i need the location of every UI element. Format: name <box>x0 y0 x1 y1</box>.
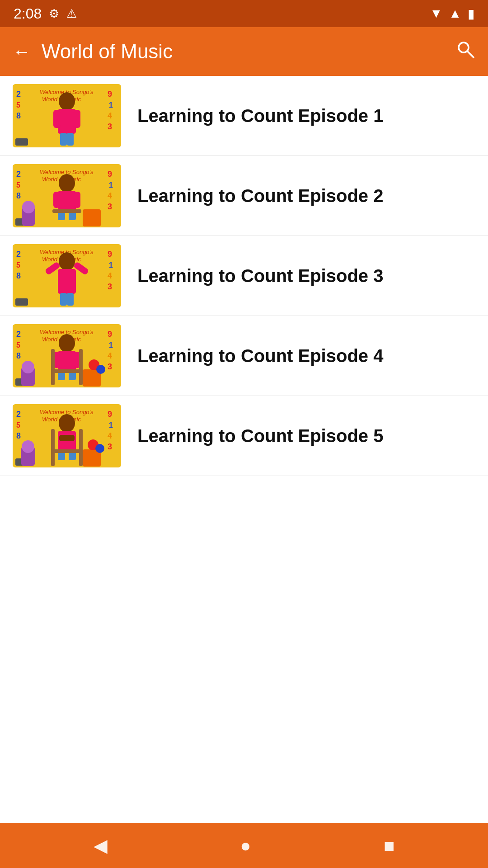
svg-text:8: 8 <box>16 271 21 280</box>
list-item[interactable]: 2 5 8 9 1 4 3 Welcome to Songo's World o… <box>0 316 488 396</box>
svg-text:4: 4 <box>108 271 112 280</box>
list-item[interactable]: 2 5 8 9 1 4 3 Welcome to Songo's World o… <box>0 236 488 316</box>
thumbnail-1: 2 5 8 9 1 4 3 Welcome to Songo's World o… <box>13 84 121 147</box>
episode-3-title: Learning to Count Episode 3 <box>121 264 475 288</box>
svg-point-50 <box>59 252 75 270</box>
episode-5-title: Learning to Count Episode 5 <box>121 424 475 448</box>
svg-rect-55 <box>67 293 74 306</box>
svg-rect-73 <box>51 369 83 373</box>
svg-rect-18 <box>15 138 28 146</box>
svg-rect-14 <box>53 110 61 128</box>
svg-rect-37 <box>83 209 101 226</box>
svg-text:1: 1 <box>109 341 113 349</box>
svg-rect-17 <box>67 133 74 146</box>
svg-rect-35 <box>52 209 81 213</box>
svg-text:9: 9 <box>108 250 112 259</box>
svg-rect-51 <box>58 269 76 294</box>
svg-text:2: 2 <box>16 170 21 179</box>
svg-text:4: 4 <box>108 431 112 440</box>
svg-text:5: 5 <box>16 181 20 189</box>
svg-text:3: 3 <box>108 202 112 211</box>
signal-icon: ▲ <box>449 6 461 21</box>
svg-text:9: 9 <box>108 90 112 99</box>
svg-text:8: 8 <box>16 111 21 120</box>
svg-rect-98 <box>51 429 55 466</box>
warning-icon: ⚠ <box>66 7 77 21</box>
svg-rect-68 <box>58 351 76 371</box>
episode-1-title: Learning to Count Episode 1 <box>121 104 475 127</box>
svg-rect-16 <box>60 133 67 146</box>
svg-rect-99 <box>79 429 83 466</box>
svg-text:4: 4 <box>108 351 112 360</box>
episode-4-title: Learning to Count Episode 4 <box>121 344 475 368</box>
svg-rect-32 <box>74 192 80 208</box>
svg-text:3: 3 <box>108 282 112 291</box>
status-left: 2:08 ⚙ ⚠ <box>14 5 77 22</box>
svg-point-29 <box>59 174 75 192</box>
svg-text:8: 8 <box>16 431 21 440</box>
episode-2-title: Learning to Count Episode 2 <box>121 184 475 208</box>
svg-text:3: 3 <box>108 362 112 371</box>
svg-text:2: 2 <box>16 410 21 419</box>
svg-rect-97 <box>51 449 83 453</box>
app-bar: ← World of Music <box>0 27 488 76</box>
svg-rect-30 <box>58 191 76 211</box>
back-button[interactable]: ← <box>13 42 31 61</box>
svg-point-79 <box>96 365 105 374</box>
svg-point-103 <box>95 444 104 453</box>
wifi-icon: ▼ <box>430 6 443 21</box>
svg-text:1: 1 <box>109 181 113 189</box>
svg-text:5: 5 <box>16 421 20 429</box>
nav-home-button[interactable]: ● <box>240 835 251 856</box>
search-button[interactable] <box>455 39 475 64</box>
svg-rect-15 <box>73 110 80 128</box>
svg-text:3: 3 <box>108 122 112 131</box>
svg-rect-31 <box>53 192 60 208</box>
svg-point-105 <box>22 440 34 453</box>
svg-text:5: 5 <box>16 261 20 269</box>
svg-text:4: 4 <box>108 111 112 120</box>
svg-point-67 <box>59 334 75 352</box>
svg-text:5: 5 <box>16 101 20 109</box>
thumbnail-5: 2 5 8 9 1 4 3 Welcome to Songo's World o… <box>13 404 121 467</box>
svg-text:8: 8 <box>16 351 21 360</box>
search-icon <box>455 39 475 59</box>
svg-text:2: 2 <box>16 250 21 259</box>
svg-text:1: 1 <box>109 421 113 429</box>
svg-text:2: 2 <box>16 330 21 339</box>
svg-rect-54 <box>60 293 67 306</box>
settings-icon: ⚙ <box>49 7 59 21</box>
svg-text:1: 1 <box>109 101 113 109</box>
svg-text:9: 9 <box>108 330 112 339</box>
svg-rect-74 <box>51 349 55 385</box>
app-title: World of Music <box>42 40 173 63</box>
svg-text:2: 2 <box>16 90 21 99</box>
svg-text:9: 9 <box>108 410 112 419</box>
svg-text:9: 9 <box>108 170 112 179</box>
svg-rect-56 <box>15 298 28 306</box>
svg-rect-94 <box>59 435 75 441</box>
status-bar: 2:08 ⚙ ⚠ ▼ ▲ ▮ <box>0 0 488 27</box>
list-item[interactable]: 2 5 8 9 1 4 3 Welcome to Songo's World o… <box>0 76 488 156</box>
list-item[interactable]: 2 5 8 9 1 4 3 Welcome to Songo's World o… <box>0 156 488 236</box>
svg-text:3: 3 <box>108 442 112 451</box>
nav-recents-button[interactable]: ■ <box>384 835 394 856</box>
thumbnail-2: 2 5 8 9 1 4 3 Welcome to Songo's World o… <box>13 164 121 227</box>
svg-text:1: 1 <box>109 261 113 269</box>
svg-point-39 <box>22 201 35 213</box>
episode-list: 2 5 8 9 1 4 3 Welcome to Songo's World o… <box>0 76 488 823</box>
svg-line-1 <box>467 51 474 57</box>
svg-point-81 <box>22 361 34 373</box>
svg-text:4: 4 <box>108 191 112 200</box>
svg-point-12 <box>59 92 75 110</box>
nav-back-button[interactable]: ◀ <box>94 835 108 856</box>
list-item[interactable]: 2 5 8 9 1 4 3 Welcome to Songo's World o… <box>0 396 488 476</box>
svg-text:5: 5 <box>16 341 20 349</box>
app-bar-left: ← World of Music <box>13 40 173 63</box>
status-time: 2:08 <box>14 5 42 22</box>
svg-point-92 <box>59 414 75 432</box>
thumbnail-3: 2 5 8 9 1 4 3 Welcome to Songo's World o… <box>13 244 121 307</box>
status-right: ▼ ▲ ▮ <box>430 6 474 21</box>
thumbnail-4: 2 5 8 9 1 4 3 Welcome to Songo's World o… <box>13 324 121 387</box>
svg-rect-75 <box>79 349 83 385</box>
